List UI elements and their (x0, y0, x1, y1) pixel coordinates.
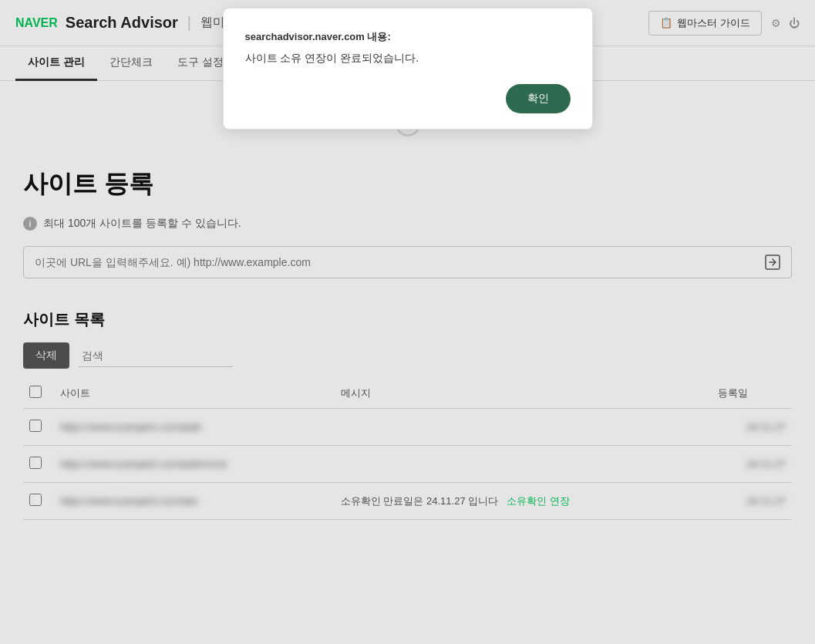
dialog-overlay: searchadvisor.naver.com 내용: 사이트 소유 연장이 완… (0, 0, 815, 535)
dialog-origin: searchadvisor.naver.com 내용: (245, 30, 571, 44)
dialog-box: searchadvisor.naver.com 내용: 사이트 소유 연장이 완… (223, 8, 593, 130)
confirm-button[interactable]: 확인 (506, 84, 571, 113)
dialog-actions: 확인 (245, 84, 571, 113)
dialog-message: 사이트 소유 연장이 완료되었습니다. (245, 52, 571, 66)
